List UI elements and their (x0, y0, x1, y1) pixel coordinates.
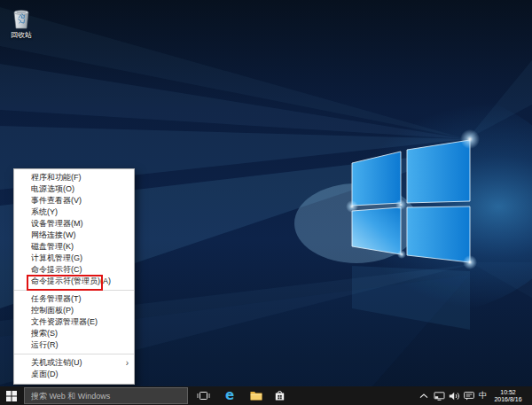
menu-item[interactable]: 控制面板(P) (14, 305, 134, 316)
tray-volume-button[interactable] (448, 386, 461, 405)
menu-item-label: 搜索(S) (31, 328, 127, 339)
menu-item[interactable]: 文件资源管理器(E) (14, 316, 134, 328)
menu-item[interactable]: 命令提示符(C) (14, 264, 134, 276)
winx-menu: 程序和功能(F)电源选项(O)事件查看器(V)系统(Y)设备管理器(M)网络连接… (13, 168, 135, 385)
network-icon (434, 392, 445, 401)
menu-separator (14, 290, 134, 291)
menu-item-label: 事件查看器(V) (31, 195, 127, 206)
file-explorer-button[interactable] (247, 386, 265, 405)
tray-network-button[interactable] (433, 386, 446, 405)
chevron-up-icon (419, 393, 428, 399)
taskbar: e (0, 386, 532, 405)
task-view-button[interactable] (194, 386, 212, 405)
ime-indicator[interactable]: 中 (477, 386, 489, 405)
menu-item[interactable]: 桌面(D) (14, 369, 134, 380)
menu-item-label: 系统(Y) (31, 206, 127, 218)
menu-item-label: 命令提示符(C) (31, 264, 127, 276)
clock-time: 10:52 (500, 389, 516, 396)
edge-icon: e (225, 389, 234, 402)
start-button[interactable] (0, 386, 22, 405)
menu-item[interactable]: 事件查看器(V) (14, 195, 134, 206)
screen: 回收站 程序和功能(F)电源选项(O)事件查看器(V)系统(Y)设备管理器(M)… (0, 0, 532, 405)
task-view-icon (197, 391, 210, 401)
menu-item-label: 关机或注销(U) (31, 357, 126, 369)
menu-item[interactable]: 网络连接(W) (14, 230, 134, 241)
menu-item[interactable]: 关机或注销(U)› (14, 357, 134, 369)
tray-message-button[interactable] (463, 386, 475, 405)
volume-icon (449, 392, 460, 401)
menu-item[interactable]: 电源选项(O) (14, 183, 134, 195)
ime-indicator-label: 中 (479, 390, 487, 401)
menu-item[interactable]: 计算机管理(G) (14, 253, 134, 264)
store-button[interactable] (270, 386, 288, 405)
menu-item-label: 运行(R) (31, 339, 127, 351)
submenu-arrow-icon: › (126, 357, 129, 369)
menu-item[interactable]: 命令提示符(管理员)(A) (14, 276, 134, 287)
menu-item-label: 控制面板(P) (31, 305, 127, 316)
clock[interactable]: 10:52 2016/8/16 (489, 386, 527, 405)
clock-date: 2016/8/16 (494, 396, 521, 403)
menu-item[interactable]: 系统(Y) (14, 206, 134, 218)
menu-item-label: 磁盘管理(K) (31, 241, 127, 253)
menu-item-label: 电源选项(O) (31, 183, 127, 195)
menu-item-label: 计算机管理(G) (31, 253, 127, 264)
winx-menu-items: 程序和功能(F)电源选项(O)事件查看器(V)系统(Y)设备管理器(M)网络连接… (14, 172, 134, 380)
menu-item-label: 设备管理器(M) (31, 218, 127, 230)
menu-item-label: 文件资源管理器(E) (31, 316, 127, 328)
desktop[interactable]: 回收站 程序和功能(F)电源选项(O)事件查看器(V)系统(Y)设备管理器(M)… (0, 0, 532, 386)
store-icon (274, 390, 286, 401)
edge-browser-button[interactable]: e (221, 386, 239, 405)
menu-separator (14, 354, 134, 354)
menu-item[interactable]: 搜索(S) (14, 328, 134, 339)
desktop-icon-label: 回收站 (5, 31, 37, 39)
menu-item-label: 网络连接(W) (31, 230, 127, 241)
recycle-bin-icon (10, 7, 33, 30)
tray-expand-button[interactable] (418, 386, 430, 405)
desktop-icon-recycle-bin[interactable]: 回收站 (5, 7, 37, 39)
menu-item-label: 桌面(D) (31, 369, 127, 380)
taskbar-search-input[interactable] (24, 387, 188, 404)
menu-item-label: 命令提示符(管理员)(A) (31, 276, 127, 287)
file-explorer-icon (250, 391, 262, 401)
menu-item[interactable]: 程序和功能(F) (14, 172, 134, 183)
message-bubble-icon (464, 392, 474, 401)
menu-item[interactable]: 任务管理器(T) (14, 293, 134, 305)
menu-item-label: 程序和功能(F) (31, 172, 127, 183)
menu-item[interactable]: 设备管理器(M) (14, 218, 134, 230)
menu-item[interactable]: 磁盘管理(K) (14, 241, 134, 253)
menu-item[interactable]: 运行(R) (14, 339, 134, 351)
windows-logo-icon (6, 391, 17, 401)
menu-item-label: 任务管理器(T) (31, 293, 127, 305)
